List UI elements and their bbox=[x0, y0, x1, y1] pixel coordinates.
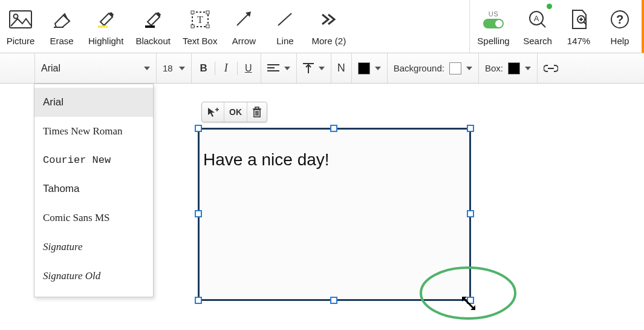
svg-marker-2 bbox=[55, 15, 70, 27]
canvas[interactable]: Arial Times New Roman Courier New Tahoma… bbox=[0, 84, 644, 330]
align-selector[interactable] bbox=[261, 53, 297, 83]
search-icon: A bbox=[527, 8, 548, 31]
font-size-selector[interactable]: 18 bbox=[157, 53, 192, 83]
svg-rect-0 bbox=[10, 11, 31, 28]
svg-rect-12 bbox=[191, 11, 194, 14]
svg-line-19 bbox=[278, 13, 291, 25]
textbox-label: Text Box bbox=[183, 36, 218, 46]
font-option-tahoma[interactable]: Tahoma bbox=[34, 174, 153, 203]
spelling-label: Spelling bbox=[477, 36, 509, 46]
font-option-courier[interactable]: Courier New bbox=[34, 146, 153, 174]
resize-diagonal-cursor-icon bbox=[461, 295, 476, 311]
font-option-arial[interactable]: Arial bbox=[34, 88, 153, 117]
blackout-icon bbox=[143, 8, 163, 31]
caret-down-icon bbox=[319, 67, 325, 70]
svg-rect-14 bbox=[191, 25, 194, 28]
resize-handle-tr[interactable] bbox=[467, 125, 474, 132]
highlight-icon bbox=[96, 8, 116, 31]
svg-line-21 bbox=[541, 23, 545, 27]
svg-line-17 bbox=[237, 13, 249, 25]
ok-button[interactable]: OK bbox=[224, 102, 247, 122]
resize-handle-bl[interactable] bbox=[195, 297, 202, 304]
font-dropdown[interactable]: Arial Times New Roman Courier New Tahoma… bbox=[34, 84, 154, 297]
normal-label: N bbox=[337, 62, 345, 74]
caret-down-icon bbox=[466, 67, 472, 70]
box-color-selector[interactable]: Box: bbox=[479, 53, 538, 83]
arrow-tool[interactable]: Arrow bbox=[223, 0, 264, 53]
valign-selector[interactable] bbox=[297, 53, 331, 83]
underline-button[interactable]: U bbox=[242, 63, 255, 74]
picture-tool[interactable]: Picture bbox=[0, 0, 41, 53]
zoom-icon bbox=[569, 8, 588, 31]
textbox-icon: T bbox=[190, 8, 210, 31]
bold-button[interactable]: B bbox=[198, 62, 210, 74]
font-family-value: Arial bbox=[41, 63, 60, 74]
normal-button[interactable]: N bbox=[331, 53, 352, 83]
resize-handle-bm[interactable] bbox=[330, 297, 337, 304]
move-cursor-icon bbox=[207, 107, 219, 117]
erase-tool[interactable]: Erase bbox=[41, 0, 82, 53]
textbox-mini-toolbar: OK bbox=[201, 102, 267, 122]
italic-button[interactable]: I bbox=[220, 62, 232, 74]
font-family-selector[interactable]: Arial bbox=[35, 53, 157, 83]
zoom-label: 147% bbox=[567, 36, 590, 46]
font-size-value: 18 bbox=[163, 63, 173, 73]
text-color-selector[interactable] bbox=[352, 53, 388, 83]
more-icon bbox=[320, 8, 338, 31]
font-option-signature[interactable]: Signature bbox=[34, 233, 153, 262]
arrow-icon bbox=[233, 8, 254, 31]
help-tool[interactable]: ? Help bbox=[599, 0, 640, 53]
toggle-on-icon[interactable] bbox=[483, 19, 504, 28]
background-color-selector[interactable]: Background: bbox=[388, 53, 479, 83]
picture-icon bbox=[9, 8, 32, 31]
separator bbox=[215, 62, 215, 75]
line-tool[interactable]: Line bbox=[264, 0, 305, 53]
box-label: Box: bbox=[485, 63, 503, 73]
svg-text:T: T bbox=[197, 15, 203, 25]
toolbar-right-group: US Spelling A Search 147% ? Help bbox=[469, 0, 644, 53]
link-icon bbox=[544, 64, 558, 73]
resize-handle-ml[interactable] bbox=[195, 210, 202, 217]
svg-rect-39 bbox=[255, 107, 259, 109]
spelling-toggle-icon: US bbox=[483, 8, 504, 31]
highlight-tool[interactable]: Highlight bbox=[82, 0, 129, 53]
blackout-tool[interactable]: Blackout bbox=[129, 0, 177, 53]
svg-marker-34 bbox=[208, 108, 215, 117]
color-swatch-black bbox=[358, 62, 370, 74]
text-box[interactable]: Have a nice day! bbox=[198, 128, 471, 301]
svg-text:A: A bbox=[534, 14, 539, 23]
picture-label: Picture bbox=[7, 36, 35, 46]
svg-text:?: ? bbox=[616, 13, 623, 26]
arrow-label: Arrow bbox=[232, 36, 256, 46]
delete-button[interactable] bbox=[247, 102, 267, 122]
zoom-tool[interactable]: 147% bbox=[558, 0, 599, 53]
search-tool[interactable]: A Search bbox=[517, 0, 558, 53]
caret-down-icon bbox=[144, 67, 150, 70]
spelling-tool[interactable]: US Spelling bbox=[470, 0, 517, 53]
textbox-tool[interactable]: T Text Box bbox=[177, 0, 224, 53]
erase-icon bbox=[51, 8, 72, 31]
font-option-signature-old[interactable]: Signature Old bbox=[34, 262, 153, 291]
main-toolbar: Picture Erase Highlight Blackout T Text … bbox=[0, 0, 644, 53]
resize-handle-mr[interactable] bbox=[467, 210, 474, 217]
caret-down-icon bbox=[179, 67, 185, 70]
text-box-content[interactable]: Have a nice day! bbox=[200, 130, 469, 174]
trash-icon bbox=[252, 107, 262, 117]
move-handle-button[interactable] bbox=[202, 102, 224, 122]
spelling-lang: US bbox=[489, 10, 498, 18]
format-leading-pad bbox=[0, 53, 35, 83]
align-left-icon bbox=[267, 64, 279, 73]
font-option-comic[interactable]: Comic Sans MS bbox=[34, 203, 153, 233]
svg-marker-44 bbox=[462, 297, 475, 310]
search-label: Search bbox=[523, 36, 552, 46]
resize-handle-tl[interactable] bbox=[195, 125, 202, 132]
more-tool[interactable]: More (2) bbox=[305, 0, 352, 53]
help-label: Help bbox=[611, 36, 629, 46]
erase-label: Erase bbox=[50, 36, 73, 46]
resize-handle-tm[interactable] bbox=[330, 125, 337, 132]
font-option-times[interactable]: Times New Roman bbox=[34, 117, 153, 146]
link-button[interactable] bbox=[538, 53, 564, 83]
help-icon: ? bbox=[610, 8, 630, 31]
caret-down-icon bbox=[375, 67, 381, 70]
svg-rect-7 bbox=[98, 25, 108, 28]
